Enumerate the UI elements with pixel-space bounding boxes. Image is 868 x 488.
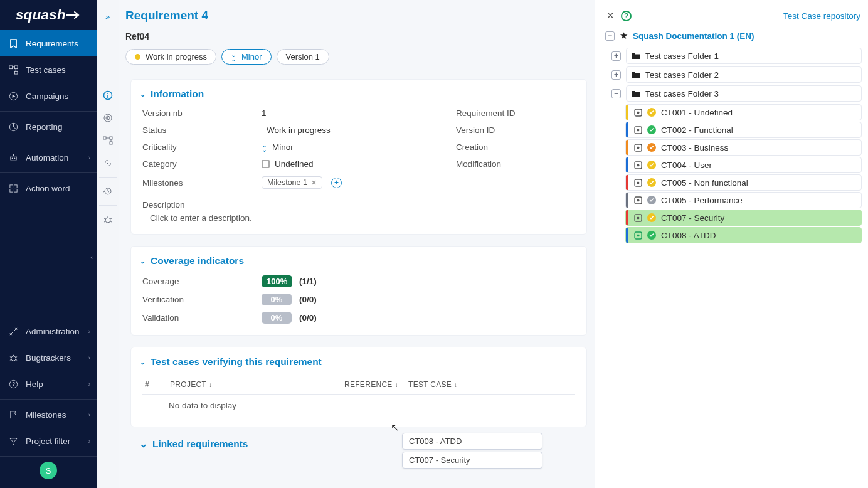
help-circle-icon[interactable]: ?	[621, 11, 632, 21]
remove-chip-icon[interactable]: ✕	[311, 179, 317, 187]
value-criticality[interactable]: ⌄⌄Minor	[262, 142, 456, 152]
rail-tree-icon[interactable]	[97, 129, 119, 152]
nav-campaigns[interactable]: Campaigns	[0, 83, 97, 109]
value-category[interactable]: Undefined	[262, 159, 456, 169]
chevron-down-icon: ⌄	[140, 257, 146, 265]
tree-toggle-icon[interactable]: +	[611, 70, 621, 80]
value-status[interactable]: Work in progress	[262, 125, 456, 135]
col-testcase[interactable]: TEST CASE↓	[408, 380, 573, 389]
milestone-chip[interactable]: Milestone 1✕	[262, 176, 322, 189]
criticality-pill[interactable]: ⌄⌄Minor	[221, 49, 272, 65]
chevron-down-double-icon: ⌄⌄	[262, 143, 267, 152]
tree-toggle-icon[interactable]: +	[611, 51, 621, 61]
col-project[interactable]: PROJECT↓	[170, 380, 346, 389]
nav-bugtrackers[interactable]: Bugtrackers ›	[0, 344, 97, 371]
tree-toggle-icon[interactable]: −	[611, 89, 621, 98]
rail-target-icon[interactable]	[97, 107, 119, 129]
tree-folder[interactable]: Test cases Folder 2	[626, 66, 862, 83]
tree-folder[interactable]: Test cases Folder 3	[626, 85, 862, 102]
section-toggle-testcases[interactable]: ⌄Test cases verifying this requirement	[140, 356, 575, 368]
repository-link[interactable]: Test Case repository	[783, 11, 860, 21]
tree-testcase-item[interactable]: CT005 - Performance	[625, 192, 862, 208]
section-toggle-information[interactable]: ⌄Information	[140, 88, 575, 100]
version-pill[interactable]: Version 1	[277, 49, 329, 65]
add-milestone-button[interactable]: +	[331, 178, 342, 188]
nav-actionword[interactable]: Action word	[0, 175, 97, 201]
nav-reporting[interactable]: Reporting	[0, 114, 97, 140]
nav-label: Administration	[26, 327, 80, 336]
logo-text: squash	[16, 7, 66, 23]
status-circle-icon	[647, 178, 656, 187]
rail-info-icon[interactable]	[97, 84, 119, 107]
nav-label: Project filter	[26, 437, 70, 446]
nav-milestones[interactable]: Milestones ›	[0, 401, 97, 428]
star-icon[interactable]: ★	[620, 30, 628, 41]
tools-icon	[9, 327, 18, 336]
tree-collapse-root[interactable]: −	[605, 31, 615, 41]
drag-preview: CT008 - ATDD CT007 - Security	[402, 433, 542, 470]
tree-testcase-item[interactable]: CT002 - Functional	[625, 122, 862, 138]
nav-projectfilter[interactable]: Project filter ›	[0, 428, 97, 454]
nav-label: Reporting	[26, 122, 63, 132]
nav-help[interactable]: ? Help ›	[0, 371, 97, 397]
user-avatar[interactable]: S	[40, 462, 57, 479]
folder-icon	[632, 71, 640, 78]
rail-bug-icon[interactable]	[97, 208, 119, 231]
table-empty-message: No data to display	[142, 395, 575, 415]
folder-label: Test cases Folder 1	[645, 51, 719, 61]
testcase-label: CT004 - User	[661, 161, 712, 170]
description-input[interactable]: Click to enter a description.	[142, 210, 575, 223]
sort-down-icon: ↓	[454, 381, 457, 388]
svg-point-7	[14, 157, 15, 159]
section-toggle-coverage[interactable]: ⌄Coverage indicators	[140, 255, 575, 267]
col-hash[interactable]: #	[145, 380, 170, 389]
version-nb-link[interactable]: 1	[262, 109, 267, 118]
svg-point-12	[11, 356, 16, 361]
svg-rect-0	[9, 65, 13, 68]
sidebar-collapse-icon[interactable]: ‹	[90, 253, 93, 261]
svg-rect-10	[10, 189, 13, 192]
rail-expand-toggle[interactable]: »	[97, 5, 119, 28]
value-text: Undefined	[275, 159, 314, 169]
logo: squash	[0, 0, 97, 30]
nav-testcases[interactable]: Test cases	[0, 56, 97, 83]
section-title: Test cases verifying this requirement	[151, 356, 322, 368]
col-reference[interactable]: REFERENCE↓	[344, 380, 398, 389]
nav-label: Milestones	[26, 410, 66, 420]
pill-label: Version 1	[286, 52, 320, 61]
label-milestones: Milestones	[142, 178, 262, 188]
status-pill[interactable]: Work in progress	[125, 49, 216, 65]
svg-point-6	[12, 157, 13, 159]
page-header: Requirement 4 Ref04 Work in progress ⌄⌄M…	[119, 0, 595, 71]
tree-testcase-item[interactable]: CT001 - Undefined	[625, 104, 862, 120]
tree-folder[interactable]: Test cases Folder 1	[626, 48, 862, 64]
tree-testcase-item[interactable]: CT008 - ATDD	[625, 227, 862, 243]
logo-arrow-icon	[66, 10, 81, 20]
tree-testcase-item[interactable]: CT004 - User	[625, 157, 862, 173]
nav-automation[interactable]: Automation ›	[0, 144, 97, 171]
close-panel-icon[interactable]: ✕	[606, 10, 615, 21]
tree-testcase-item[interactable]: CT007 - Security	[625, 210, 862, 226]
label-creation: Creation	[456, 142, 575, 152]
verification-fraction: (0/0)	[299, 295, 337, 304]
col-label: TEST CASE	[408, 380, 452, 389]
nav-administration[interactable]: Administration ›	[0, 318, 97, 344]
color-stripe	[626, 105, 628, 120]
nav-requirements[interactable]: Requirements	[0, 30, 97, 56]
testcase-type-icon	[633, 213, 642, 222]
sort-down-icon: ↓	[209, 381, 212, 388]
drag-item: CT007 - Security	[402, 452, 542, 469]
tree-folder-row: + Test cases Folder 1	[611, 48, 862, 64]
tree-root-label[interactable]: Squash Documentation 1 (EN)	[633, 31, 754, 41]
svg-point-34	[637, 164, 639, 166]
svg-point-30	[637, 129, 639, 131]
testcase-label: CT005 - Performance	[661, 196, 743, 205]
validation-badge: 0%	[262, 312, 292, 324]
testcases-panel: ⌄Test cases verifying this requirement #…	[130, 347, 587, 427]
content-scroll[interactable]: ⌄Information Version nb 1 Requirement ID…	[119, 75, 595, 488]
tree-testcase-item[interactable]: CT003 - Business	[625, 139, 862, 156]
testcase-type-icon	[633, 178, 642, 187]
rail-history-icon[interactable]	[97, 180, 119, 203]
rail-link-icon[interactable]	[97, 152, 119, 174]
tree-testcase-item[interactable]: CT005 - Non functional	[625, 174, 862, 191]
